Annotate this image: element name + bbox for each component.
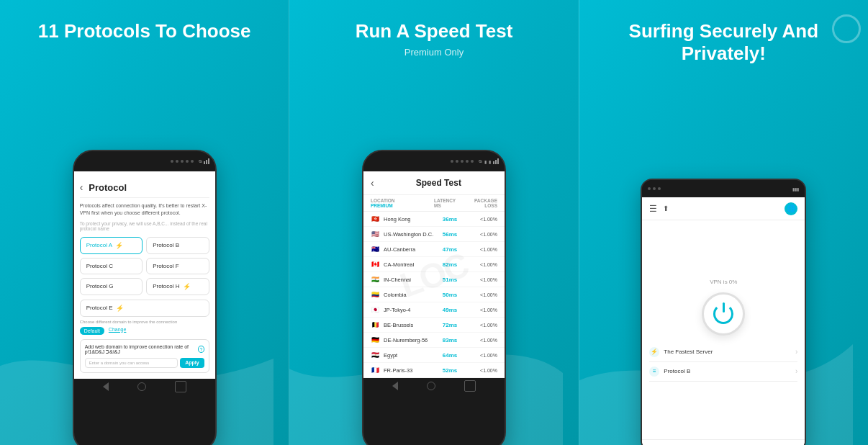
protocol-label: Protocol B — [664, 368, 690, 374]
speedtest-back-icon[interactable]: ‹ — [371, 177, 374, 189]
location-name: BE-Brussels — [384, 322, 413, 328]
panel-left: 11 Protocols To Choose ᴓ ‹ Protocol — [0, 0, 289, 445]
domain-input-field[interactable]: Enter a domain you can access — [85, 358, 178, 368]
location-name: US-Washington D.C. — [384, 231, 433, 238]
recents-nav-icon[interactable] — [175, 381, 186, 392]
st-loss: <1.00% — [466, 353, 497, 358]
protocol-header: ‹ Protocol — [80, 177, 209, 198]
protocol-grid: Protocol A ⚡ Protocol B Protocol C Proto… — [80, 237, 209, 295]
chevron-right-icon2: › — [795, 367, 797, 375]
help-icon[interactable]: ? — [198, 346, 204, 353]
share-icon[interactable]: ⬆ — [663, 204, 669, 212]
globe-icon[interactable]: 🌐 — [785, 202, 797, 215]
location-name: Colombia — [384, 292, 407, 298]
st-location: 🇨🇦 CA-Montreal — [371, 261, 434, 268]
domain-input-row: Enter a domain you can access Apply — [85, 358, 204, 368]
protocol-server-icon: ≡ — [649, 367, 659, 377]
protocol-description: Protocols affect connection quality. It'… — [80, 202, 209, 217]
speedtest-row[interactable]: 🇯🇵 JP-Tokyo-4 49ms <1.00% — [363, 302, 505, 318]
back-arrow-icon[interactable]: ‹ — [80, 181, 83, 193]
add-domain-section: Add web domain to improve connection rat… — [80, 339, 209, 373]
speedtest-screen: LOC ‹ Speed Test LOCATION Premium LATENC… — [363, 171, 505, 378]
st-loss: <1.00% — [466, 323, 497, 328]
st-latency: 49ms — [434, 307, 466, 313]
phone-top-bar-mid: ᴓ ▮ ▮ — [363, 151, 505, 171]
protocol-btn-g[interactable]: Protocol G — [80, 278, 143, 295]
tablet-top-bar: ▮▮▮ — [642, 180, 805, 197]
speedtest-row[interactable]: 🇧🇪 BE-Brussels 72ms <1.00% — [363, 318, 505, 333]
location-name: Hong Kong — [384, 216, 411, 223]
speedtest-row[interactable]: 🇫🇷 FR-Paris-33 52ms <1.00% — [363, 363, 505, 378]
speedtest-row[interactable]: 🇺🇸 US-Washington D.C. 56ms <1.00% — [363, 227, 505, 242]
protocol-special[interactable]: Protocol E ⚡ — [80, 300, 209, 317]
speedtest-row[interactable]: 🇩🇪 DE-Nuremberg-56 83ms <1.00% — [363, 333, 505, 348]
protocol-btn-b[interactable]: Protocol B — [146, 237, 209, 254]
col-pkg-loss: PACKAGE — [466, 198, 497, 203]
protocol-note: To protect your privacy, we will use A,B… — [80, 221, 209, 231]
st-loss: <1.00% — [466, 338, 497, 343]
speedtest-row[interactable]: 🇮🇳 IN-Chennai 51ms <1.00% — [363, 272, 505, 287]
vpn-power-button[interactable] — [702, 292, 745, 336]
protocol-screen-title: Protocol — [89, 182, 127, 193]
phone-top-bar: ᴓ — [74, 151, 215, 171]
st-latency: 56ms — [434, 231, 466, 238]
apply-button[interactable]: Apply — [180, 358, 204, 368]
menu-icon[interactable]: ☰ — [649, 204, 657, 214]
flag-icon: 🇨🇴 — [371, 291, 381, 298]
st-latency: 50ms — [434, 292, 466, 298]
st-latency: 72ms — [434, 322, 466, 328]
flag-icon: 🇦🇺 — [371, 246, 381, 253]
tablet-right: ▮▮▮ ☰ ⬆ 🌐 VPN is 0% ⚡ The Fastest Server — [641, 179, 806, 445]
home-nav-icon[interactable] — [137, 382, 146, 391]
add-domain-title: Add web domain to improve connection rat… — [85, 344, 204, 355]
recents-nav-icon-mid[interactable] — [464, 380, 476, 392]
right-panel-title: Surfing Securely AndPrivately! — [615, 20, 833, 65]
speedtest-row[interactable]: 🇨🇦 CA-Montreal 82ms <1.00% — [363, 257, 505, 272]
st-latency: 36ms — [434, 216, 466, 223]
back-nav-icon-mid[interactable] — [392, 382, 398, 390]
st-loss: <1.00% — [466, 232, 497, 237]
phone-middle: ᴓ ▮ ▮ LOC ‹ Speed Test LOCATION — [362, 150, 506, 445]
protocol-screen: ‹ Protocol Protocols affect connection q… — [74, 171, 215, 379]
fastest-server-label: The Fastest Server — [664, 349, 713, 355]
speedtest-row[interactable]: 🇦🇺 AU-Canberra 47ms <1.00% — [363, 242, 505, 257]
domain-link-default[interactable]: Default — [80, 327, 104, 335]
flag-icon: 🇨🇦 — [371, 261, 381, 268]
st-location: 🇺🇸 US-Washington D.C. — [371, 230, 434, 238]
protocol-btn-h[interactable]: Protocol H ⚡ — [146, 278, 209, 295]
protocol-btn-a[interactable]: Protocol A ⚡ — [80, 237, 143, 254]
fastest-server-row[interactable]: ⚡ The Fastest Server › — [649, 343, 797, 362]
speedtest-row[interactable]: 🇪🇬 Egypt 64ms <1.00% — [363, 348, 505, 363]
col-latency: LATENCY — [434, 198, 466, 203]
col-latency-unit: ms — [434, 203, 466, 208]
speedtest-header: ‹ Speed Test — [363, 171, 505, 195]
tab-connection-log[interactable]: 📋 Connection Log — [642, 440, 723, 445]
flag-icon: 🇫🇷 — [371, 367, 381, 374]
st-loss: <1.00% — [466, 292, 497, 297]
st-latency: 51ms — [434, 277, 466, 283]
protocol-btn-f[interactable]: Protocol F — [146, 258, 209, 274]
vpn-status-text: VPN is 0% — [710, 279, 737, 285]
protocol-btn-c[interactable]: Protocol C — [80, 258, 143, 274]
vpn-screen: ☰ ⬆ 🌐 VPN is 0% ⚡ The Fastest Server › — [642, 197, 805, 445]
speedtest-table: 🇭🇰 Hong Kong 36ms <1.00% 🇺🇸 US-Washingto… — [363, 212, 505, 378]
lightning-icon-h: ⚡ — [183, 283, 191, 290]
location-name: Egypt — [384, 352, 397, 359]
flag-icon: 🇮🇳 — [371, 276, 381, 283]
col-premium: Premium — [371, 203, 434, 208]
domain-link-change[interactable]: Change — [109, 327, 127, 335]
st-location: 🇦🇺 AU-Canberra — [371, 246, 434, 253]
speedtest-row[interactable]: 🇭🇰 Hong Kong 36ms <1.00% — [363, 212, 505, 227]
server-fastest-icon: ⚡ — [649, 347, 659, 357]
power-symbol-icon — [713, 304, 733, 324]
location-name: DE-Nuremberg-56 — [384, 337, 428, 343]
home-nav-icon-mid[interactable] — [427, 382, 435, 390]
back-nav-icon[interactable] — [103, 382, 109, 391]
domain-links: Default Change — [80, 327, 209, 335]
protocol-row[interactable]: ≡ Protocol B › — [649, 362, 797, 382]
col-pkg-loss2: LOSS — [466, 203, 497, 208]
speedtest-row[interactable]: 🇨🇴 Colombia 50ms <1.00% — [363, 287, 505, 302]
st-location: 🇩🇪 DE-Nuremberg-56 — [371, 336, 434, 343]
tab-private-browser[interactable]: 🌐 Private Browser — [723, 440, 805, 445]
flag-icon: 🇺🇸 — [371, 230, 381, 238]
